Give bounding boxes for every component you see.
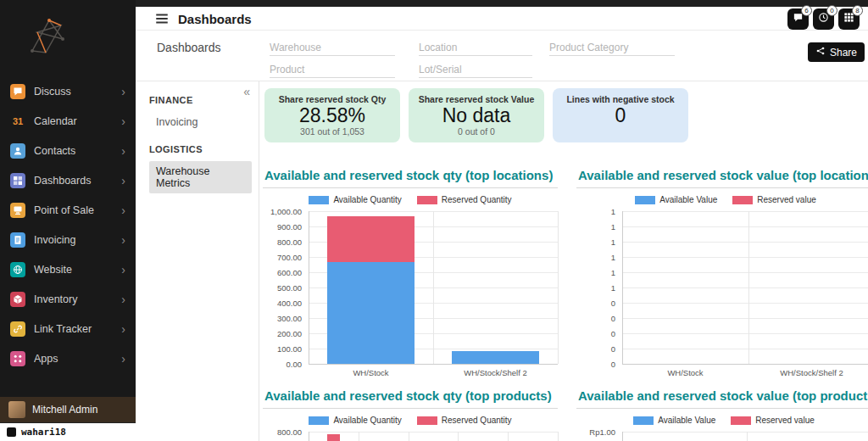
app-logo: [0, 0, 136, 68]
y-axis-tick: 0: [611, 360, 615, 369]
kpi-value: 28.58%: [299, 104, 365, 126]
kpi-title: Lines with negative stock: [566, 94, 674, 104]
chevron-right-icon: ›: [121, 144, 125, 158]
sidebar-item-point-of-sale[interactable]: Point of Sale›: [0, 195, 136, 225]
product-filter-input[interactable]: [270, 61, 395, 78]
location-filter-input[interactable]: [419, 39, 532, 56]
lot-serial-filter-input[interactable]: [419, 61, 532, 78]
hamburger-menu-icon[interactable]: [154, 11, 170, 26]
sidebar-item-label: Website: [34, 264, 113, 276]
legend-item[interactable]: Available Value: [635, 195, 717, 204]
legend-item[interactable]: Reserved Quantity: [417, 195, 512, 204]
bar-segment[interactable]: [327, 216, 415, 262]
taskbar-label: wahari18: [21, 427, 66, 438]
collapse-panel-icon[interactable]: «: [243, 85, 250, 98]
y-axis-tick: 800.00: [277, 427, 302, 437]
y-axis-tick: 100.00: [277, 344, 302, 354]
sidebar-item-label: Apps: [34, 353, 113, 365]
sidebar-item-inventory[interactable]: Inventory›: [0, 284, 136, 314]
nav-section-title: LOGISTICS: [149, 144, 253, 154]
y-axis-tick: 800.00: [277, 237, 302, 247]
chevron-right-icon: ›: [121, 352, 125, 366]
product-category-filter-input[interactable]: [549, 39, 675, 56]
legend-label: Available Quantity: [333, 416, 401, 425]
y-axis-tick: 0: [611, 299, 615, 308]
legend-label: Available Value: [658, 416, 715, 425]
y-axis-tick: 700.00: [277, 253, 302, 262]
sidebar-item-label: Contacts: [34, 145, 113, 157]
chart-title: Available and reserved stock value (top …: [576, 166, 868, 188]
bar-segment[interactable]: [327, 434, 340, 441]
sidebar-item-discuss[interactable]: Discuss›: [0, 76, 136, 106]
chart-canvas[interactable]: Available QuantityReserved Quantity1,000…: [263, 195, 558, 377]
legend-item[interactable]: Reserved Quantity: [417, 416, 512, 425]
chevron-right-icon: ›: [121, 114, 125, 128]
y-axis-tick: 400.00: [277, 299, 302, 308]
activities-button[interactable]: 0: [813, 8, 834, 30]
sidebar-item-label: Inventory: [34, 293, 113, 305]
legend-label: Available Quantity: [333, 195, 401, 204]
chart-qty-top-locations: Available and reserved stock qty (top lo…: [263, 166, 558, 377]
kpi-negative-stock-lines: Lines with negative stock 0: [553, 88, 688, 142]
x-axis-label: WH/Stock/Shelf 2: [748, 368, 868, 377]
share-button[interactable]: Share: [808, 42, 865, 62]
sidebar-item-calendar[interactable]: 31Calendar›: [0, 106, 136, 136]
y-axis-tick: 1: [611, 222, 615, 232]
bar-segment[interactable]: [452, 351, 539, 364]
sidebar-item-link-tracker[interactable]: Link Tracker›: [0, 314, 136, 343]
terminal-icon: [7, 427, 16, 437]
y-axis-tick: 200.00: [277, 329, 302, 338]
legend-item[interactable]: Available Value: [633, 416, 715, 425]
legend-swatch: [732, 196, 753, 204]
y-axis-tick: 1: [611, 268, 615, 277]
apps-grid-button[interactable]: 8: [838, 8, 860, 30]
sidebar-item-label: Calendar: [34, 115, 113, 127]
taskbar[interactable]: wahari18: [0, 422, 136, 441]
warehouse-filter-input[interactable]: [270, 39, 395, 56]
chart-value-top-products: Available and reserved stock value (top …: [576, 387, 868, 441]
x-axis-label: WH/Stock: [622, 368, 748, 377]
sidebar-item-website[interactable]: Website›: [0, 254, 136, 284]
website-icon: [10, 262, 25, 277]
user-menu[interactable]: Mitchell Admin: [0, 397, 136, 422]
legend-item[interactable]: Available Quantity: [309, 195, 401, 204]
sidebar-item-label: Dashboards: [34, 175, 113, 187]
kpi-title: Share reserved stock Value: [419, 94, 535, 104]
y-axis-tick: Rp1.00: [589, 427, 615, 437]
sidebar-item-label: Invoicing: [34, 234, 113, 246]
chat-icon: [10, 84, 25, 99]
share-button-label: Share: [830, 47, 857, 59]
pos-icon: [10, 203, 25, 218]
breadcrumb: Dashboards: [157, 41, 221, 54]
inventory-icon: [10, 292, 25, 307]
kpi-subtitle: 0 out of 0: [458, 126, 495, 137]
chart-canvas[interactable]: Available ValueReserved value11111100000…: [576, 195, 868, 377]
x-axis-label: WH/Stock/Shelf 2: [433, 368, 558, 377]
notification-badge: 0: [826, 5, 837, 16]
messages-button[interactable]: 6: [787, 8, 809, 30]
sidebar-item-dashboards[interactable]: Dashboards›: [0, 165, 136, 195]
chart-canvas[interactable]: Available ValueReserved valueRp1.00Rp0.9…: [576, 416, 868, 441]
sidebar-item-apps[interactable]: Apps›: [0, 343, 136, 373]
link-icon: [10, 321, 25, 337]
chart-canvas[interactable]: Available QuantityReserved Quantity800.0…: [263, 416, 558, 441]
legend-item[interactable]: Reserved value: [732, 195, 815, 204]
legend-item[interactable]: Available Quantity: [309, 416, 401, 425]
y-axis-tick: 1,000.00: [270, 207, 302, 216]
sidebar-item-contacts[interactable]: Contacts›: [0, 136, 136, 165]
legend-item[interactable]: Reserved value: [731, 416, 814, 425]
dashboards-icon: [10, 173, 25, 188]
nav-item-invoicing[interactable]: Invoicing: [149, 112, 252, 132]
bar-segment[interactable]: [327, 262, 415, 364]
sidebar-item-invoicing[interactable]: Invoicing›: [0, 225, 136, 254]
control-bar: Dashboards Share: [136, 31, 868, 81]
y-axis-tick: 0.00: [287, 360, 303, 369]
kpi-row: Share reserved stock Qty 28.58% 301 out …: [264, 88, 688, 142]
legend-swatch: [417, 196, 437, 204]
chevron-right-icon: ›: [121, 85, 125, 98]
y-axis-tick: 1: [611, 237, 615, 247]
sidebar-item-label: Discuss: [34, 86, 113, 98]
nav-item-warehouse-metrics[interactable]: Warehouse Metrics: [149, 161, 252, 193]
chevron-right-icon: ›: [121, 263, 125, 276]
legend-swatch: [731, 416, 751, 425]
